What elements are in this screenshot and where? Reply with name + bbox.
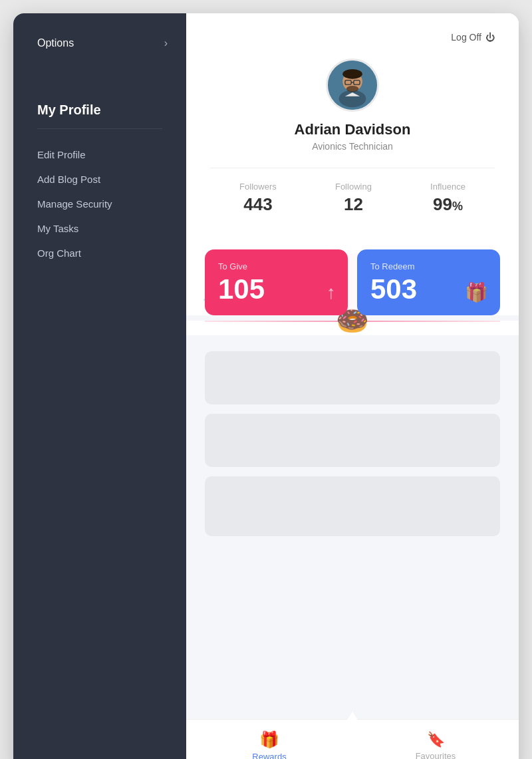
divider-line: 🍩 [205,321,500,322]
profile-name: Adrian Davidson [295,121,411,138]
content-block-3 [205,476,500,536]
options-label: Options [37,37,74,49]
sidebar: Options › My Profile Edit Profile Add Bl… [13,13,186,759]
content-block-1 [205,351,500,404]
influence-stat: Influence 99% [430,182,466,215]
sidebar-nav: Edit Profile Add Blog Post Manage Securi… [13,142,186,265]
sidebar-item-edit-profile[interactable]: Edit Profile [13,142,186,167]
sidebar-divider [37,128,162,129]
nav-item-favourites[interactable]: 🔖 Favourites [352,720,519,759]
redeem-card[interactable]: To Redeem 503 🎁 [357,249,500,315]
profile-job-title: Avionics Technician [312,141,393,152]
sidebar-item-add-blog-post[interactable]: Add Blog Post [13,167,186,192]
svg-point-3 [342,69,362,79]
following-value: 12 [344,194,363,215]
profile-card: Adrian Davidson Avionics Technician Foll… [186,43,519,236]
sidebar-item-my-tasks[interactable]: My Tasks [13,216,186,241]
influence-label: Influence [430,182,466,192]
give-label: To Give [218,261,334,271]
followers-value: 443 [243,194,272,215]
sidebar-item-org-chart[interactable]: Org Chart [13,241,186,265]
avatar [326,59,379,112]
give-card[interactable]: To Give 105 ↑ [205,249,348,315]
rewards-icon: 🎁 [259,730,279,749]
rewards-nav-label: Rewards [252,752,286,759]
followers-label: Followers [239,182,277,192]
power-icon: ⏻ [485,32,495,43]
sidebar-section-title: My Profile [13,102,186,128]
content-area [186,341,519,719]
gift-icon: 🎁 [465,281,488,303]
favourites-nav-label: Favourites [416,751,456,759]
influence-value: 99% [433,194,463,215]
following-label: Following [335,182,372,192]
following-stat: Following 12 [335,182,372,215]
bookmark-icon: 🔖 [427,731,445,748]
svg-point-7 [346,86,359,92]
bottom-nav: 🎁 Rewards 🔖 Favourites [186,719,519,759]
main-content: Log Off ⏻ [186,13,519,759]
sidebar-item-manage-security[interactable]: Manage Security [13,192,186,216]
give-value: 105 [218,275,334,303]
content-block-2 [205,414,500,467]
redeem-label: To Redeem [370,261,487,271]
arrow-up-icon: ↑ [327,282,336,303]
reward-cards: To Give 105 ↑ To Redeem 503 🎁 [205,249,500,315]
divider-section: 🍩 [186,321,519,335]
main-header: Log Off ⏻ [186,13,519,43]
nav-item-rewards[interactable]: 🎁 Rewards [186,720,352,759]
stats-row: Followers 443 Following 12 Influence 99% [210,168,495,215]
options-menu[interactable]: Options › [13,13,186,63]
rewards-area: To Give 105 ↑ To Redeem 503 🎁 [186,236,519,315]
followers-stat: Followers 443 [239,182,277,215]
logoff-label: Log Off [451,32,481,43]
chevron-right-icon: › [164,37,168,49]
logoff-button[interactable]: Log Off ⏻ [451,32,495,43]
